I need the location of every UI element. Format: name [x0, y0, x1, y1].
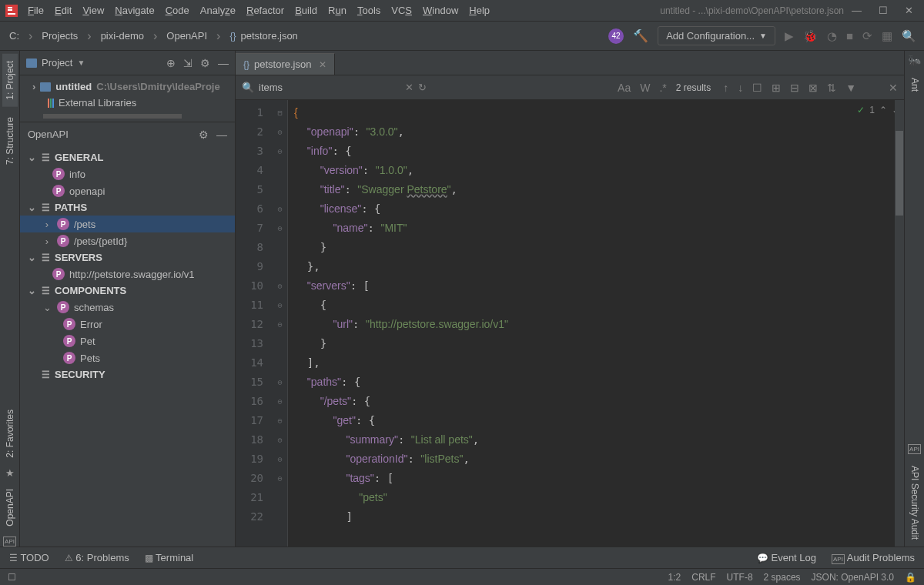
maximize-button[interactable]: ☐: [879, 5, 888, 16]
indent[interactable]: 2 spaces: [764, 572, 801, 583]
breadcrumb-item[interactable]: pixi-demo: [101, 30, 144, 42]
filter-icon[interactable]: ▼: [845, 82, 856, 94]
oai-item-info[interactable]: Pinfo: [20, 165, 235, 182]
update-icon[interactable]: ⟳: [862, 29, 872, 43]
hide-icon[interactable]: —: [218, 57, 229, 69]
openapi-tree[interactable]: ⌄☰GENERAL Pinfo Popenapi ⌄☰PATHS ›P/pets…: [20, 146, 235, 386]
add-selection-icon[interactable]: ⊞: [772, 82, 781, 94]
oai-item-server[interactable]: Phttp://petstore.swagger.io/v1: [20, 266, 235, 282]
menu-build[interactable]: Build: [295, 5, 317, 16]
project-root[interactable]: › untitled C:\Users\Dmitry\IdeaProje: [20, 79, 235, 95]
menu-code[interactable]: Code: [166, 5, 189, 16]
menu-refactor[interactable]: Refactor: [246, 5, 284, 16]
tab-terminal[interactable]: ▩ Terminal: [145, 552, 194, 563]
tab-problems[interactable]: ⚠ 6: Problems: [65, 552, 129, 563]
external-libraries[interactable]: External Libraries: [20, 95, 235, 111]
cursor-position[interactable]: 1:2: [668, 572, 681, 583]
prev-match-icon[interactable]: ↑: [723, 82, 728, 94]
words-icon[interactable]: W: [640, 82, 650, 94]
find-input[interactable]: [259, 82, 397, 93]
rail-tab-ant[interactable]: Ant: [907, 71, 922, 99]
minimize-button[interactable]: —: [852, 5, 862, 16]
add-configuration-button[interactable]: Add Configuration... ▼: [658, 26, 775, 45]
oai-section-general[interactable]: ⌄☰GENERAL: [20, 149, 235, 165]
gear-icon[interactable]: ⚙: [199, 129, 209, 141]
oai-item-pets-id[interactable]: ›P/pets/{petId}: [20, 232, 235, 249]
tab-petstore[interactable]: {} petstore.json ✕: [236, 53, 335, 75]
run-icon[interactable]: ▶: [785, 29, 794, 43]
line-separator[interactable]: CRLF: [691, 572, 715, 583]
menu-edit[interactable]: Edit: [55, 5, 72, 16]
stop-icon[interactable]: ■: [846, 29, 853, 42]
status-icon[interactable]: ☐: [8, 572, 16, 583]
inspection-markers[interactable]: ✓ 1 ⌃ ⌄: [857, 105, 899, 115]
oai-item-pets-schema[interactable]: PPets: [20, 349, 235, 366]
gear-icon[interactable]: ⚙: [200, 57, 210, 69]
tab-audit[interactable]: API Audit Problems: [832, 552, 915, 563]
menu-run[interactable]: Run: [328, 5, 346, 16]
match-case-icon[interactable]: Aa: [618, 82, 631, 94]
next-match-icon[interactable]: ↓: [738, 82, 743, 94]
menu-help[interactable]: Help: [469, 5, 490, 16]
locate-icon[interactable]: ⊕: [166, 57, 176, 69]
language[interactable]: JSON: OpenAPI 3.0: [812, 572, 894, 583]
select-all-icon[interactable]: ☐: [752, 82, 762, 94]
rail-tab-favorites[interactable]: 2: Favorites: [2, 403, 18, 465]
menu-navigate[interactable]: Navigate: [115, 5, 154, 16]
lock-icon[interactable]: 🔒: [905, 572, 916, 583]
close-search-icon[interactable]: ✕: [889, 82, 898, 94]
expand-icon[interactable]: ⇲: [183, 57, 192, 69]
fold-gutter[interactable]: ⊟⊖⊖⊖⊖⊖⊖⊖⊖⊖⊖⊖⊖⊖: [273, 100, 288, 547]
chevron-down-icon[interactable]: ▼: [77, 58, 85, 67]
chevron-up-icon[interactable]: ⌃: [879, 105, 887, 115]
oai-item-openapi[interactable]: Popenapi: [20, 182, 235, 199]
close-tab-icon[interactable]: ✕: [319, 59, 326, 70]
code-content[interactable]: { "openapi": "3.0.0", "info": { "version…: [288, 100, 904, 547]
code-editor[interactable]: 12345678910111213141516171819202122 ⊟⊖⊖⊖…: [236, 100, 904, 547]
project-panel-title[interactable]: Project: [42, 57, 72, 69]
menu-analyze[interactable]: Analyze: [200, 5, 236, 16]
debug-icon[interactable]: 🐞: [803, 29, 818, 43]
close-button[interactable]: ✕: [905, 5, 913, 16]
oai-section-security[interactable]: ⌄☰SECURITY: [20, 366, 235, 383]
menu-tools[interactable]: Tools: [357, 5, 380, 16]
rail-tab-structure[interactable]: 7: Structure: [2, 110, 18, 172]
regex-icon[interactable]: .*: [659, 82, 666, 94]
encoding[interactable]: UTF-8: [727, 572, 753, 583]
services-icon[interactable]: ▦: [882, 29, 892, 43]
rail-tab-project[interactable]: 1: Project: [2, 54, 18, 107]
menu-file[interactable]: File: [28, 5, 44, 16]
plugin-badge[interactable]: 42: [608, 28, 624, 44]
project-tree[interactable]: › untitled C:\Users\Dmitry\IdeaProje Ext…: [20, 75, 235, 122]
clear-search-icon[interactable]: ✕: [405, 82, 413, 93]
hide-icon[interactable]: —: [216, 129, 227, 141]
search-everywhere-icon[interactable]: 🔍: [902, 29, 916, 43]
oai-section-components[interactable]: ⌄☰COMPONENTS: [20, 282, 235, 299]
list-icon: ☰: [42, 202, 50, 213]
breadcrumb-item[interactable]: petstore.json: [240, 30, 297, 42]
menu-vcs[interactable]: VCS: [391, 5, 412, 16]
build-icon[interactable]: 🔨: [633, 28, 648, 43]
breadcrumb[interactable]: C: › Projects › pixi-demo › OpenAPI › {}…: [9, 29, 298, 43]
oai-section-paths[interactable]: ⌄☰PATHS: [20, 199, 235, 216]
menu-window[interactable]: Window: [423, 5, 458, 16]
breadcrumb-root[interactable]: C:: [9, 30, 19, 42]
coverage-icon[interactable]: ◔: [827, 29, 837, 43]
oai-section-servers[interactable]: ⌄☰SERVERS: [20, 249, 235, 266]
sort-icon[interactable]: ⇅: [827, 82, 836, 94]
oai-item-schemas[interactable]: ⌄Pschemas: [20, 299, 235, 316]
oai-item-error[interactable]: PError: [20, 316, 235, 333]
oai-item-pets[interactable]: ›P/pets: [20, 216, 235, 232]
remove-selection-icon[interactable]: ⊟: [790, 82, 799, 94]
breadcrumb-item[interactable]: OpenAPI: [166, 30, 207, 42]
tab-todo[interactable]: ☰ TODO: [9, 552, 49, 563]
rail-tab-openapi[interactable]: OpenAPI: [2, 482, 18, 533]
scrollbar-thumb[interactable]: [896, 131, 903, 216]
skip-selection-icon[interactable]: ⊠: [808, 82, 818, 94]
rail-tab-api-audit[interactable]: API Security Audit: [907, 459, 922, 547]
tab-event-log[interactable]: 💬 Event Log: [757, 552, 816, 563]
menu-view[interactable]: View: [82, 5, 104, 16]
oai-item-pet[interactable]: PPet: [20, 333, 235, 349]
refresh-search-icon[interactable]: ↻: [418, 82, 427, 93]
breadcrumb-item[interactable]: Projects: [42, 30, 78, 42]
